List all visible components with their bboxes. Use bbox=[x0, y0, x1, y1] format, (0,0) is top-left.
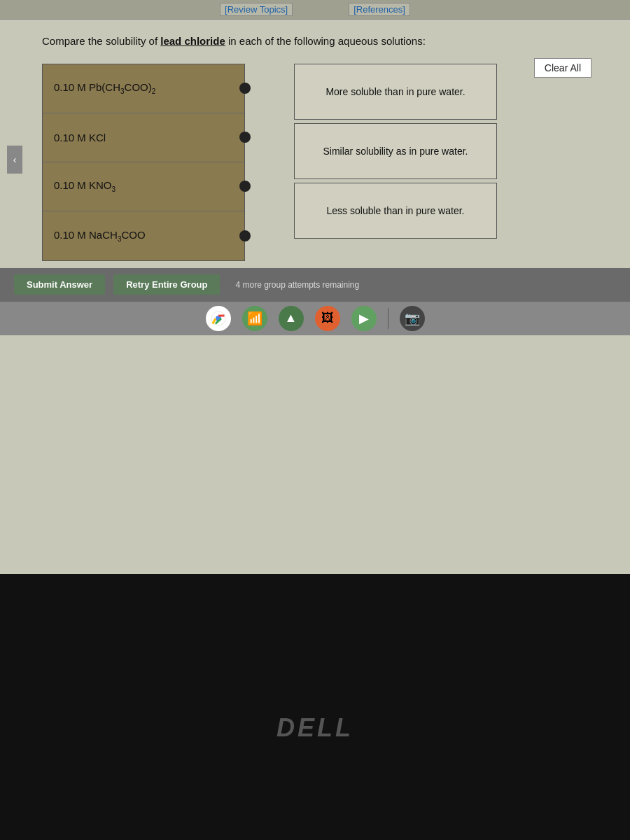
attempts-remaining-text: 4 more group attempts remaining bbox=[235, 280, 359, 290]
taskbar-play-icon[interactable]: ▶ bbox=[351, 306, 377, 331]
answer-box-1[interactable]: More soluble than in pure water. bbox=[294, 64, 497, 120]
content-area: ‹ Compare the solubility of lead chlorid… bbox=[0, 20, 630, 268]
review-topics-link[interactable]: [Review Topics] bbox=[220, 3, 293, 16]
solution-label-3: 0.10 M KNO3 bbox=[54, 179, 115, 193]
bottom-action-bar: Submit Answer Retry Entire Group 4 more … bbox=[0, 268, 630, 302]
connector-dot-1[interactable] bbox=[239, 83, 251, 94]
connector-dot-4[interactable] bbox=[239, 230, 251, 241]
retry-entire-group-button[interactable]: Retry Entire Group bbox=[113, 274, 220, 295]
clear-all-button[interactable]: Clear All bbox=[534, 58, 592, 78]
answer-box-2[interactable]: Similar solubility as in pure water. bbox=[294, 123, 497, 179]
question-text: Compare the solubility of lead chloride … bbox=[42, 34, 602, 50]
taskbar-wifi-icon[interactable]: 📶 bbox=[242, 306, 267, 331]
taskbar-camera-icon[interactable]: 📷 bbox=[400, 306, 425, 331]
bold-keyword: lead chloride bbox=[160, 35, 225, 47]
dell-logo-area: DELL bbox=[276, 713, 354, 743]
answers-column: More soluble than in pure water. Similar… bbox=[294, 64, 497, 261]
answer-text-1: More soluble than in pure water. bbox=[326, 86, 465, 97]
connector-dot-3[interactable] bbox=[239, 181, 251, 192]
taskbar-divider bbox=[388, 308, 388, 329]
answer-box-3[interactable]: Less soluble than in pure water. bbox=[294, 183, 497, 239]
laptop-body: DELL bbox=[0, 574, 630, 840]
dell-logo: DELL bbox=[276, 713, 354, 742]
answer-text-2: Similar solubility as in pure water. bbox=[323, 146, 468, 157]
top-navigation-bar: [Review Topics] [References] bbox=[0, 0, 630, 20]
taskbar: 📶 ▲ 🖼 ▶ 📷 bbox=[0, 302, 630, 335]
solution-item-4[interactable]: 0.10 M NaCH3COO bbox=[43, 211, 244, 260]
taskbar-chrome-icon[interactable] bbox=[206, 306, 231, 331]
solution-label-1: 0.10 M Pb(CH3COO)2 bbox=[54, 81, 155, 95]
answer-text-3: Less soluble than in pure water. bbox=[327, 205, 465, 216]
connector-dot-2[interactable] bbox=[239, 132, 251, 143]
solution-item-3[interactable]: 0.10 M KNO3 bbox=[43, 162, 244, 211]
references-link[interactable]: [References] bbox=[349, 3, 410, 16]
left-nav-arrow[interactable]: ‹ bbox=[7, 146, 22, 174]
submit-answer-button[interactable]: Submit Answer bbox=[14, 274, 105, 295]
taskbar-image-icon[interactable]: 🖼 bbox=[315, 306, 340, 331]
solution-label-4: 0.10 M NaCH3COO bbox=[54, 229, 146, 243]
solution-label-2: 0.10 M KCl bbox=[54, 132, 106, 144]
solutions-column: 0.10 M Pb(CH3COO)2 0.10 M KCl 0.10 M KNO… bbox=[42, 64, 245, 261]
drag-drop-container: 0.10 M Pb(CH3COO)2 0.10 M KCl 0.10 M KNO… bbox=[42, 64, 602, 261]
solution-item-1[interactable]: 0.10 M Pb(CH3COO)2 bbox=[43, 64, 244, 113]
solution-item-2[interactable]: 0.10 M KCl bbox=[43, 113, 244, 162]
taskbar-triangle-icon[interactable]: ▲ bbox=[279, 306, 304, 331]
